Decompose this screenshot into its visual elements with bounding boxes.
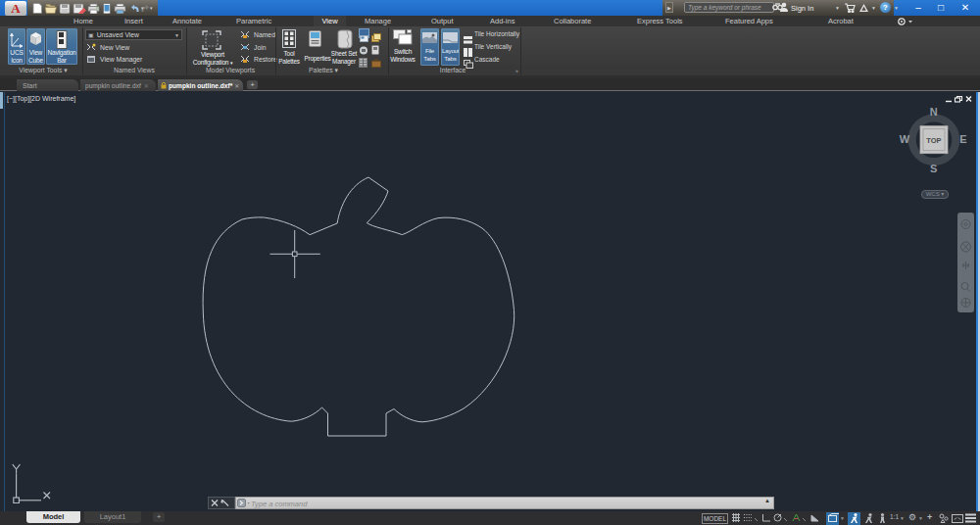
svg-text:TOP: TOP <box>926 136 941 145</box>
svg-text:S: S <box>930 163 937 174</box>
svg-text:N: N <box>930 106 938 118</box>
svg-text:W: W <box>900 133 910 145</box>
svg-text:E: E <box>959 133 966 145</box>
